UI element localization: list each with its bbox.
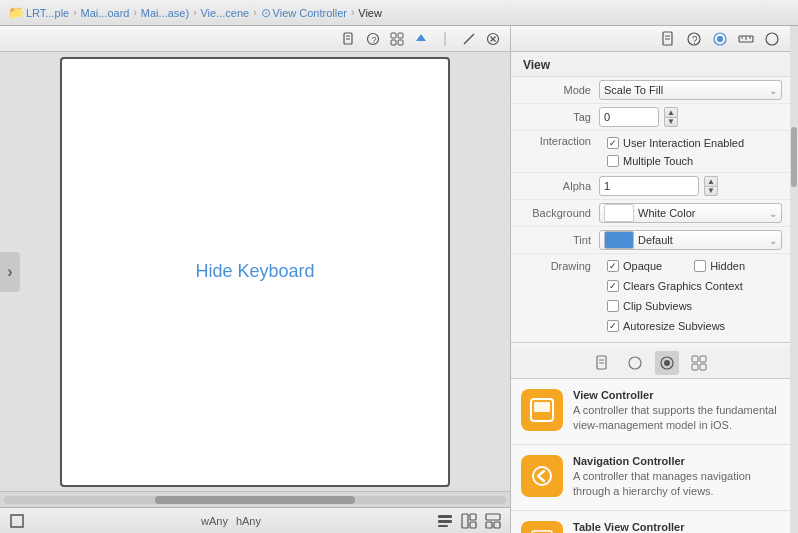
- tab-file[interactable]: [591, 351, 615, 375]
- breadcrumb-link-5[interactable]: View Controller: [273, 7, 347, 19]
- breadcrumb-item-3[interactable]: Mai...ase): [141, 7, 189, 19]
- hidden-checkbox[interactable]: [694, 260, 706, 272]
- layout-icon[interactable]: [460, 512, 478, 530]
- breadcrumb-item-5[interactable]: ⊙ View Controller: [261, 6, 347, 20]
- breadcrumb-item-2[interactable]: Mai...oard: [81, 7, 130, 19]
- inspector-circle-icon[interactable]: [762, 29, 782, 49]
- alpha-input[interactable]: 1: [599, 176, 699, 196]
- tag-stepper[interactable]: ▲ ▼: [664, 107, 678, 127]
- grid-icon[interactable]: [388, 30, 406, 48]
- clears-graphics-checkbox[interactable]: ✓: [607, 280, 619, 292]
- line-icon[interactable]: [460, 30, 478, 48]
- bottom-left-icons: [8, 512, 26, 530]
- svg-marker-9: [416, 34, 426, 41]
- mode-select[interactable]: Scale To Fill ⌄: [599, 80, 782, 100]
- scrollbar-track[interactable]: [4, 496, 506, 504]
- background-value: White Color ⌄: [599, 203, 782, 223]
- breadcrumb-link-1[interactable]: LRT...ple: [26, 7, 69, 19]
- grid-layout-icon[interactable]: [484, 512, 502, 530]
- svg-rect-17: [438, 520, 452, 523]
- svg-rect-44: [700, 356, 706, 362]
- background-select[interactable]: White Color ⌄: [599, 203, 782, 223]
- scrollbar-thumb[interactable]: [155, 496, 356, 504]
- clip-subviews-checkbox[interactable]: [607, 300, 619, 312]
- tint-value: Default ⌄: [599, 230, 782, 250]
- background-row: Background White Color ⌄: [511, 200, 790, 227]
- library-item-content-2: Table View Controller A controller that …: [573, 521, 780, 533]
- tag-increment[interactable]: ▲: [664, 107, 678, 117]
- inspector-file-icon[interactable]: [658, 29, 678, 49]
- height-label: hAny: [236, 515, 261, 527]
- alpha-stepper[interactable]: ▲ ▼: [704, 176, 718, 196]
- inspector-question-icon[interactable]: ?: [684, 29, 704, 49]
- interaction-row: Interaction ✓ User Interaction Enabled M…: [511, 131, 790, 173]
- tag-input[interactable]: 0: [599, 107, 659, 127]
- breadcrumb-arrow: ›: [71, 7, 78, 18]
- tab-target[interactable]: [655, 351, 679, 375]
- alpha-decrement[interactable]: ▼: [704, 186, 718, 196]
- mode-value[interactable]: Scale To Fill ⌄: [599, 80, 782, 100]
- frame-icon[interactable]: [8, 512, 26, 530]
- drawing-row-1: Drawing ✓ Opaque Hidden: [511, 256, 790, 276]
- clip-subviews-row: Clip Subviews: [599, 298, 700, 314]
- alpha-increment[interactable]: ▲: [704, 176, 718, 186]
- breadcrumb-link-2[interactable]: Mai...oard: [81, 7, 130, 19]
- breadcrumb-link-3[interactable]: Mai...ase): [141, 7, 189, 19]
- breadcrumb-link-4[interactable]: Vie...cene: [200, 7, 249, 19]
- question-icon[interactable]: ?: [364, 30, 382, 48]
- right-scrollbar-thumb[interactable]: [791, 127, 797, 187]
- svg-rect-8: [398, 40, 403, 45]
- tint-color-swatch: [604, 231, 634, 249]
- inspector-ruler-icon[interactable]: [736, 29, 756, 49]
- viewport[interactable]: Hide Keyboard: [0, 52, 510, 491]
- hidden-label: Hidden: [710, 260, 745, 272]
- svg-rect-24: [494, 522, 500, 528]
- library-item-desc-1: A controller that manages navigation thr…: [573, 469, 780, 500]
- tab-grid[interactable]: [687, 351, 711, 375]
- inspector-arrow-icon[interactable]: [710, 29, 730, 49]
- alpha-number: 1: [604, 180, 610, 192]
- arrow-up-icon[interactable]: [412, 30, 430, 48]
- svg-rect-15: [11, 515, 23, 527]
- doc-icon[interactable]: [340, 30, 358, 48]
- breadcrumb-item-4[interactable]: Vie...cene: [200, 7, 249, 19]
- inspector-panel: ?: [510, 26, 790, 533]
- svg-point-31: [717, 36, 723, 42]
- tag-decrement[interactable]: ▼: [664, 117, 678, 127]
- autoresize-checkbox[interactable]: ✓: [607, 320, 619, 332]
- alpha-value: 1 ▲ ▼: [599, 176, 782, 196]
- user-interaction-checkbox[interactable]: ✓: [607, 137, 619, 149]
- svg-rect-5: [391, 33, 396, 38]
- library-item-title-0: View Controller: [573, 389, 780, 401]
- tint-color-name: Default: [638, 234, 765, 246]
- library-item-title-1: Navigation Controller: [573, 455, 780, 467]
- background-color-swatch: [604, 204, 634, 222]
- library-item-2[interactable]: Table View Controller A controller that …: [511, 511, 790, 533]
- library-scroll[interactable]: View Controller A controller that suppor…: [511, 379, 790, 533]
- inspector-section-title: View: [511, 52, 790, 77]
- tag-row: Tag 0 ▲ ▼: [511, 104, 790, 131]
- tint-row: Tint Default ⌄: [511, 227, 790, 254]
- breadcrumb-item-1[interactable]: 📁 LRT...ple: [8, 5, 69, 20]
- tag-label: Tag: [519, 111, 599, 123]
- library-item-0[interactable]: View Controller A controller that suppor…: [511, 379, 790, 445]
- library-item-content-1: Navigation Controller A controller that …: [573, 455, 780, 500]
- align-icon[interactable]: [436, 512, 454, 530]
- tag-number: 0: [604, 111, 610, 123]
- library-item-1[interactable]: Navigation Controller A controller that …: [511, 445, 790, 511]
- scroll-handle[interactable]: [0, 252, 20, 292]
- svg-rect-23: [486, 522, 492, 528]
- close-circle-icon[interactable]: [484, 30, 502, 48]
- canvas-label: Hide Keyboard: [195, 261, 314, 282]
- canvas-scrollbar[interactable]: [0, 491, 510, 507]
- right-scrollbar[interactable]: [790, 26, 798, 533]
- svg-rect-10: [444, 32, 446, 46]
- icon-tab-bar: [511, 347, 790, 379]
- tint-select[interactable]: Default ⌄: [599, 230, 782, 250]
- tab-circle[interactable]: [623, 351, 647, 375]
- multiple-touch-checkbox[interactable]: [607, 155, 619, 167]
- opaque-checkbox[interactable]: ✓: [607, 260, 619, 272]
- opaque-row: ✓ Opaque: [599, 258, 670, 274]
- breadcrumb: 📁 LRT...ple › Mai...oard › Mai...ase) › …: [0, 0, 798, 26]
- interaction-label: Interaction: [519, 135, 599, 147]
